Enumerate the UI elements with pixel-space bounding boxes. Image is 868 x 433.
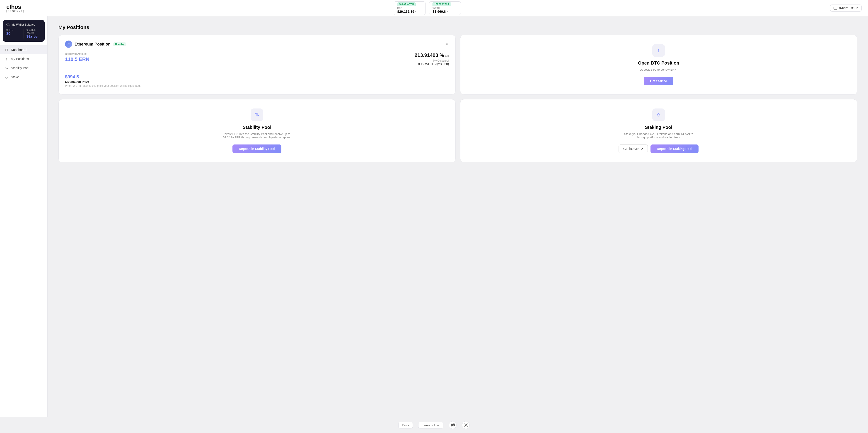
stability-pool-title: Stability Pool <box>243 125 272 130</box>
wallet-btc-usd: $0 <box>6 32 21 36</box>
app-body: My Wallet Balance 0 BTC $0 0.00895 WETH … <box>0 16 868 417</box>
position-right: 213.91493 % CR My Collateral 0.12 WETH (… <box>257 52 449 66</box>
twitter-icon[interactable] <box>462 421 470 429</box>
btc-tcr-badge: 188.67 % TCR <box>397 2 416 6</box>
discord-icon[interactable] <box>449 421 457 429</box>
sidebar-item-dashboard[interactable]: ⊟ Dashboard <box>0 45 48 54</box>
wallet-balance-card: My Wallet Balance 0 BTC $0 0.00895 WETH … <box>3 20 44 42</box>
staking-pool-desc: Stake your Bonded OATH tokens and earn 1… <box>622 132 695 139</box>
ethereum-position-label: Ethereum Position <box>74 42 111 47</box>
weth-tcr-badge: 171.88 % TCR <box>433 2 451 6</box>
sidebar: My Wallet Balance 0 BTC $0 0.00895 WETH … <box>0 16 48 417</box>
sidebar-item-stability-pool[interactable]: ⇅ Stability Pool <box>0 63 48 72</box>
open-btc-title: Open BTC Position <box>638 61 679 66</box>
eye-icon <box>6 24 10 26</box>
liquidation-label: Liquidation Price <box>65 80 449 84</box>
top-cards-row: Ξ Ethereum Position Healthy ✏ Borrowed A… <box>58 35 857 95</box>
logo: ethos [RESERVE] <box>6 4 25 12</box>
liquidation-price: $994.5 <box>65 74 449 79</box>
deposit-stability-pool-button[interactable]: Deposit in Stability Pool <box>232 144 281 153</box>
collateral-label: My Collateral <box>257 59 449 62</box>
liquidation-desc: When WETH reaches this price your positi… <box>65 84 449 88</box>
staking-pool-title: Staking Pool <box>645 125 672 130</box>
ethereum-position-card: Ξ Ethereum Position Healthy ✏ Borrowed A… <box>58 35 456 95</box>
divider <box>65 70 449 70</box>
wallet-icon <box>834 7 837 9</box>
btc-chevron-icon: ▾ <box>415 10 416 13</box>
bottom-cards-row: ⇅ Stability Pool Invest ERN into the Sta… <box>58 99 857 162</box>
weth-chevron-icon: ▾ <box>447 10 448 13</box>
stability-pool-icon: ⇅ <box>4 66 9 70</box>
nav-prices: 188.67 % TCR BTC $29,131.39 ▾ 171.88 % T… <box>394 1 461 15</box>
staking-pool-card-icon: ◇ <box>652 108 665 121</box>
wallet-balance-label: My Wallet Balance <box>11 23 35 26</box>
btc-up-arrow-icon: ↑ <box>652 44 665 57</box>
docs-link[interactable]: Docs <box>398 422 413 429</box>
wallet-btc-col: 0 BTC $0 <box>6 29 21 36</box>
wallet-weth-amount: 0.00895 WETH <box>27 29 41 34</box>
sidebar-item-stake[interactable]: ◇ Stake <box>0 72 48 81</box>
my-positions-icon: ↑ <box>4 57 9 61</box>
status-badge: Healthy <box>113 42 126 46</box>
stability-pool-card-icon: ⇅ <box>251 108 263 121</box>
stability-pool-desc: Invest ERN into the Stability Pool and r… <box>221 132 293 139</box>
borrowed-amount: 110.5 ERN <box>65 56 257 62</box>
wallet-balance-header: My Wallet Balance <box>6 23 41 26</box>
open-btc-card: ↑ Open BTC Position Deposit BTC to borro… <box>460 35 857 95</box>
cr-value-row: 213.91493 % CR <box>257 52 449 58</box>
wallet-weth-col: 0.00895 WETH $17.63 <box>27 29 41 38</box>
wallet-amounts: 0 BTC $0 0.00895 WETH $17.63 <box>6 29 41 38</box>
dashboard-icon: ⊟ <box>4 48 9 52</box>
position-left: Borrowed Amount 110.5 ERN <box>65 52 257 66</box>
cr-label: CR <box>445 54 449 58</box>
logo-title: ethos <box>6 4 25 10</box>
liquidation-section: $994.5 Liquidation Price When WETH reach… <box>65 74 449 88</box>
main-content: My Positions Ξ Ethereum Position Healthy… <box>48 16 868 417</box>
btc-price: $29,131.39 ▾ <box>397 9 416 13</box>
wallet-divider <box>24 29 24 38</box>
footer: Docs Terms of Use <box>0 417 868 433</box>
position-grid: Borrowed Amount 110.5 ERN 213.91493 % CR… <box>65 52 449 66</box>
sidebar-item-stability-pool-label: Stability Pool <box>11 66 29 70</box>
sidebar-item-my-positions[interactable]: ↑ My Positions <box>0 54 48 63</box>
wallet-weth-usd: $17.63 <box>27 34 41 38</box>
position-header: Ξ Ethereum Position Healthy ✏ <box>65 40 449 48</box>
wallet-badge[interactable]: 0xbeb1...38Db <box>830 4 862 11</box>
ethereum-icon: Ξ <box>65 40 72 48</box>
weth-label: WETH <box>433 7 440 9</box>
edit-icon[interactable]: ✏ <box>446 42 449 46</box>
borrowed-label: Borrowed Amount <box>65 52 257 56</box>
stability-pool-card: ⇅ Stability Pool Invest ERN into the Sta… <box>58 99 456 162</box>
logo-subtitle: [RESERVE] <box>6 10 25 12</box>
staking-pool-buttons: Get bOATH ↗ Deposit in Staking Pool <box>619 144 699 153</box>
position-title: Ξ Ethereum Position Healthy <box>65 40 126 48</box>
get-started-button[interactable]: Get Started <box>644 77 673 86</box>
sidebar-item-my-positions-label: My Positions <box>11 57 29 61</box>
sidebar-item-stake-label: Stake <box>11 75 19 79</box>
collateral-value: 0.12 WETH ($236.38) <box>257 62 449 66</box>
wallet-address: 0xbeb1...38Db <box>839 6 858 10</box>
weth-price-card[interactable]: 171.88 % TCR WETH $1,969.8 ▾ <box>429 1 461 15</box>
open-btc-desc: Deposit BTC to borrow ERN. <box>640 68 678 71</box>
external-link-icon: ↗ <box>641 147 643 151</box>
weth-price: $1,969.8 ▾ <box>433 9 448 13</box>
sidebar-item-dashboard-label: Dashboard <box>11 48 27 52</box>
top-nav: ethos [RESERVE] 188.67 % TCR BTC $29,131… <box>0 0 868 16</box>
btc-label: BTC <box>397 7 402 9</box>
terms-of-use-link[interactable]: Terms of Use <box>418 422 443 429</box>
cr-value: 213.91493 % <box>415 52 444 58</box>
stake-icon: ◇ <box>4 75 9 79</box>
staking-pool-card: ◇ Staking Pool Stake your Bonded OATH to… <box>460 99 857 162</box>
page-title: My Positions <box>58 25 857 30</box>
get-boath-button[interactable]: Get bOATH ↗ <box>619 144 648 153</box>
btc-price-card[interactable]: 188.67 % TCR BTC $29,131.39 ▾ <box>394 1 426 15</box>
wallet-btc-amount: 0 BTC <box>6 29 21 31</box>
deposit-staking-pool-button[interactable]: Deposit in Staking Pool <box>650 144 699 153</box>
